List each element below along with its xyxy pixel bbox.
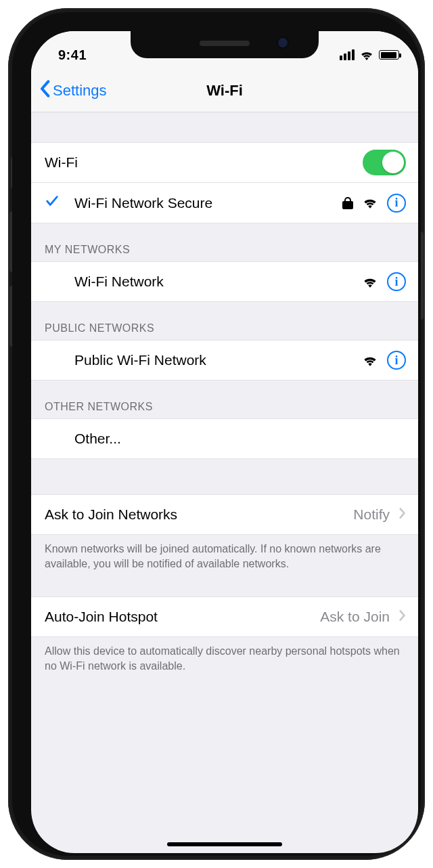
ask-to-join-label: Ask to Join Networks — [45, 506, 353, 523]
auto-join-hotspot-value: Ask to Join — [320, 609, 390, 625]
connected-network-name: Wi-Fi Network Secure — [74, 195, 342, 211]
screen: 9:41 Settings Wi-Fi — [31, 31, 418, 853]
network-row-public-0[interactable]: Public Wi-Fi Network i — [31, 340, 418, 381]
wifi-toggle-label: Wi-Fi — [45, 154, 363, 171]
front-camera — [278, 38, 288, 47]
ask-to-join-row[interactable]: Ask to Join Networks Notify — [31, 494, 418, 535]
ask-to-join-value: Notify — [353, 506, 390, 523]
ask-to-join-footer: Known networks will be joined automatica… — [31, 535, 418, 572]
notch — [131, 31, 319, 58]
wifi-signal-icon — [363, 276, 378, 288]
home-indicator[interactable] — [167, 842, 282, 846]
other-label: Other... — [74, 431, 406, 447]
info-icon[interactable]: i — [387, 272, 406, 291]
nav-bar: Settings Wi-Fi — [31, 69, 418, 112]
section-header-other-networks: OTHER NETWORKS — [31, 381, 418, 418]
chevron-left-icon — [39, 79, 50, 102]
page-title: Wi-Fi — [206, 82, 243, 100]
back-label: Settings — [53, 82, 107, 100]
network-name: Wi-Fi Network — [74, 274, 363, 290]
battery-icon — [379, 50, 399, 60]
wifi-toggle[interactable] — [363, 150, 406, 175]
content: Wi-Fi Wi-Fi Network Secure — [31, 112, 418, 853]
phone-frame: 9:41 Settings Wi-Fi — [8, 8, 425, 860]
wifi-signal-icon — [363, 197, 378, 209]
status-time: 9:41 — [58, 47, 87, 63]
wifi-toggle-row[interactable]: Wi-Fi — [31, 142, 418, 183]
chevron-right-icon — [399, 609, 406, 625]
cellular-signal-icon — [340, 49, 355, 60]
connected-network-row[interactable]: Wi-Fi Network Secure i — [31, 183, 418, 223]
other-network-row[interactable]: Other... — [31, 418, 418, 459]
chevron-right-icon — [399, 506, 406, 523]
wifi-signal-icon — [363, 355, 378, 366]
section-header-public-networks: PUBLIC NETWORKS — [31, 302, 418, 340]
speaker-grille — [200, 41, 250, 46]
network-name: Public Wi-Fi Network — [74, 352, 363, 368]
section-header-my-networks: MY NETWORKS — [31, 223, 418, 261]
lock-icon — [342, 197, 353, 209]
auto-join-hotspot-label: Auto-Join Hotspot — [45, 609, 320, 625]
network-row-my-0[interactable]: Wi-Fi Network i — [31, 261, 418, 302]
checkmark-icon — [45, 194, 60, 212]
auto-join-hotspot-row[interactable]: Auto-Join Hotspot Ask to Join — [31, 596, 418, 637]
back-button[interactable]: Settings — [39, 79, 107, 102]
info-icon[interactable]: i — [387, 351, 406, 370]
auto-join-hotspot-footer: Allow this device to automatically disco… — [31, 637, 418, 674]
wifi-status-icon — [360, 50, 373, 60]
info-icon[interactable]: i — [387, 194, 406, 213]
